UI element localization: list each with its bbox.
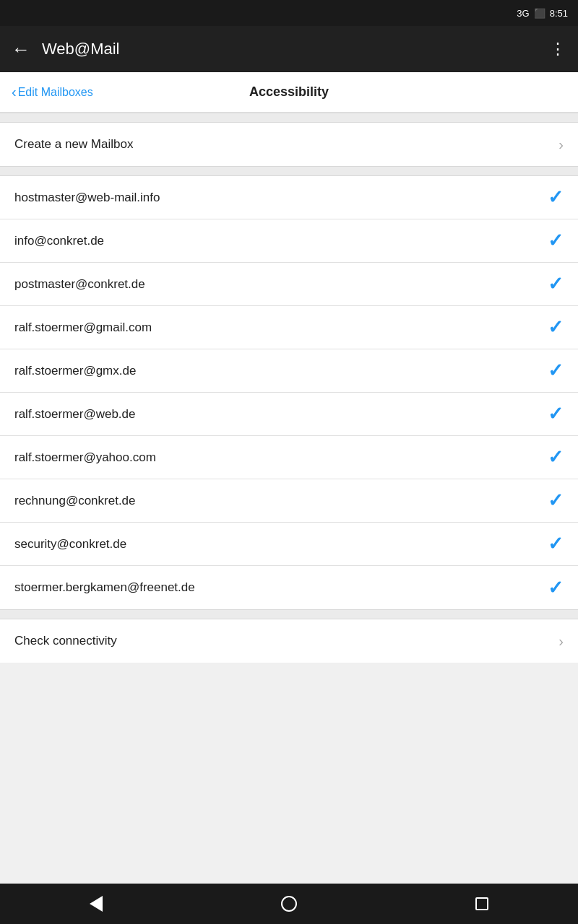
list-item[interactable]: stoermer.bergkamen@freenet.de ✓: [0, 566, 578, 609]
status-bar-icons: 3G ⬛ 8:51: [517, 8, 568, 19]
mailbox-email: ralf.stoermer@web.de: [14, 407, 548, 422]
list-item[interactable]: info@conkret.de ✓: [0, 219, 578, 263]
check-icon: ✓: [548, 577, 564, 599]
menu-button[interactable]: ⋮: [550, 40, 566, 58]
mailbox-email: rechnung@conkret.de: [14, 494, 548, 508]
check-icon: ✓: [548, 316, 564, 339]
edit-mailboxes-link[interactable]: ‹ Edit Mailboxes: [12, 84, 93, 100]
list-item[interactable]: security@conkret.de ✓: [0, 523, 578, 566]
list-item[interactable]: postmaster@conkret.de ✓: [0, 263, 578, 306]
mailbox-email: stoermer.bergkamen@freenet.de: [14, 580, 548, 595]
signal-icon: 3G: [517, 8, 529, 19]
check-icon: ✓: [548, 403, 564, 425]
list-item[interactable]: rechnung@conkret.de ✓: [0, 479, 578, 523]
content-area: Create a new Mailbox › hostmaster@web-ma…: [0, 113, 578, 884]
check-icon: ✓: [548, 230, 564, 252]
page-title: Accessibility: [249, 84, 329, 100]
home-circle-icon: [281, 896, 297, 912]
check-icon: ✓: [548, 186, 564, 209]
check-icon: ✓: [548, 273, 564, 295]
list-item[interactable]: ralf.stoermer@yahoo.com ✓: [0, 436, 578, 479]
section-separator-1: [0, 113, 578, 123]
mailbox-email: security@conkret.de: [14, 537, 548, 552]
list-item[interactable]: ralf.stoermer@gmail.com ✓: [0, 306, 578, 349]
edit-mailboxes-label: Edit Mailboxes: [18, 86, 93, 99]
nav-recents-button[interactable]: [460, 889, 504, 918]
check-icon: ✓: [548, 446, 564, 468]
check-icon: ✓: [548, 359, 564, 382]
mailbox-email: ralf.stoermer@gmail.com: [14, 321, 548, 335]
chevron-right-icon: ›: [558, 136, 564, 153]
back-triangle-icon: [90, 896, 103, 912]
sub-header: ‹ Edit Mailboxes Accessibility: [0, 72, 578, 113]
check-icon: ✓: [548, 533, 564, 555]
mailbox-email: info@conkret.de: [14, 234, 548, 248]
create-mailbox-item[interactable]: Create a new Mailbox ›: [0, 123, 578, 166]
back-chevron-icon: ‹: [12, 84, 17, 100]
battery-icon: ⬛: [534, 8, 545, 19]
mailbox-email: hostmaster@web-mail.info: [14, 191, 548, 205]
section-separator-2: [0, 166, 578, 176]
create-section: Create a new Mailbox ›: [0, 123, 578, 166]
bottom-navigation: [0, 884, 578, 924]
chevron-right-icon: ›: [558, 633, 564, 650]
check-icon: ✓: [548, 489, 564, 512]
nav-back-button[interactable]: [74, 889, 118, 918]
app-title: Web@Mail: [42, 40, 550, 58]
mailbox-email: ralf.stoermer@yahoo.com: [14, 450, 548, 465]
mailboxes-section: hostmaster@web-mail.info ✓ info@conkret.…: [0, 176, 578, 609]
back-button[interactable]: ←: [12, 38, 30, 61]
section-separator-3: [0, 609, 578, 619]
mailbox-email: postmaster@conkret.de: [14, 277, 548, 292]
mailbox-email: ralf.stoermer@gmx.de: [14, 364, 548, 378]
check-connectivity-label: Check connectivity: [14, 634, 558, 648]
recents-square-icon: [475, 897, 488, 910]
list-item[interactable]: hostmaster@web-mail.info ✓: [0, 176, 578, 219]
nav-home-button[interactable]: [267, 889, 311, 918]
check-connectivity-section: Check connectivity ›: [0, 619, 578, 663]
list-item[interactable]: ralf.stoermer@web.de ✓: [0, 393, 578, 436]
app-bar: ← Web@Mail ⋮: [0, 26, 578, 72]
list-item[interactable]: ralf.stoermer@gmx.de ✓: [0, 349, 578, 393]
create-mailbox-label: Create a new Mailbox: [14, 137, 558, 152]
time-display: 8:51: [550, 8, 568, 19]
check-connectivity-item[interactable]: Check connectivity ›: [0, 619, 578, 663]
status-bar: 3G ⬛ 8:51: [0, 0, 578, 26]
